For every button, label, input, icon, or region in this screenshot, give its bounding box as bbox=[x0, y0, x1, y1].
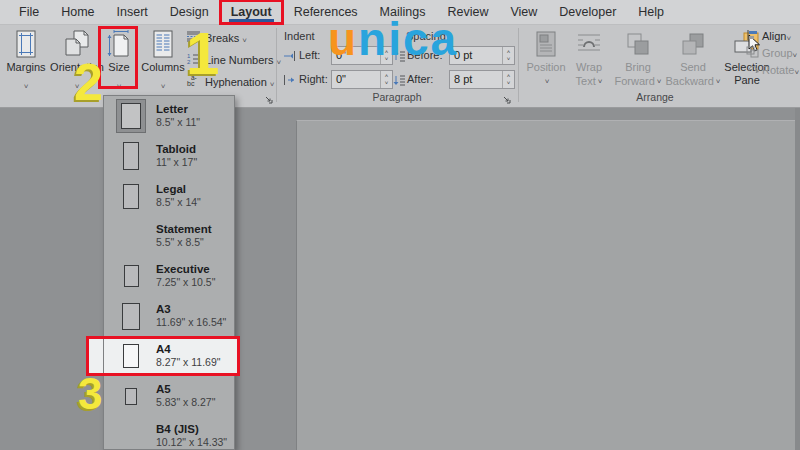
paper-size-dims: 8.27" x 11.69" bbox=[156, 356, 220, 369]
menu-tab-label: Insert bbox=[117, 5, 148, 19]
align-button[interactable]: Align bbox=[746, 28, 800, 44]
group-button[interactable]: Group bbox=[746, 45, 800, 61]
menu-tab-label: Developer bbox=[559, 5, 616, 19]
paper-size-name: A5 bbox=[156, 383, 215, 396]
chevron-down-icon bbox=[242, 29, 247, 47]
size-icon bbox=[106, 27, 132, 61]
group-label: Group bbox=[762, 47, 793, 59]
menu-tab-layout[interactable]: Layout bbox=[220, 0, 283, 24]
bring-forward-label: Bring bbox=[625, 61, 651, 74]
group-icon bbox=[746, 45, 759, 61]
paper-size-icon bbox=[112, 303, 150, 330]
menu-tab-label: File bbox=[19, 5, 39, 19]
align-label: Align bbox=[762, 30, 786, 42]
paper-size-dims: 5.5" x 8.5" bbox=[156, 236, 212, 249]
align-icon bbox=[746, 28, 759, 44]
paper-size-dims: 8.5" x 14" bbox=[156, 196, 201, 209]
size-menu-item-statement[interactable]: Statement 5.5" x 8.5" bbox=[104, 216, 234, 256]
menu-tab-file[interactable]: File bbox=[8, 0, 50, 24]
menu-tab-label: Help bbox=[638, 5, 664, 19]
size-menu-item-legal[interactable]: Legal 8.5" x 14" bbox=[104, 176, 234, 216]
size-menu-item-executive[interactable]: Executive 7.25" x 10.5" bbox=[104, 256, 234, 296]
annotation-step-2: 2 bbox=[74, 56, 103, 108]
arrange-group-label: Arrange bbox=[520, 91, 790, 103]
send-backward-label: Send bbox=[680, 61, 706, 74]
indent-right-input[interactable]: 0" ˄˅ bbox=[331, 70, 393, 89]
size-menu-item-tabloid[interactable]: Tabloid 11" x 17" bbox=[104, 136, 234, 176]
paper-size-icon bbox=[112, 99, 150, 133]
rotate-icon bbox=[746, 62, 759, 78]
chevron-down-icon bbox=[117, 75, 122, 93]
paper-size-name: Tabloid bbox=[156, 143, 197, 156]
spinner-icon[interactable]: ˄˅ bbox=[380, 71, 392, 88]
indent-left-icon bbox=[283, 48, 296, 66]
wrap-text-icon bbox=[576, 27, 602, 61]
size-menu-item-letter[interactable]: Letter 8.5" x 11" bbox=[104, 96, 234, 136]
size-dropdown-menu: Letter 8.5" x 11" Tabloid 11" x 17" Lega… bbox=[103, 95, 235, 450]
group-separator bbox=[518, 28, 519, 102]
spacing-after-input[interactable]: 8 pt ˄˅ bbox=[449, 70, 515, 89]
indent-right-icon bbox=[283, 72, 296, 90]
size-menu-item-a3[interactable]: A3 11.69" x 16.54" bbox=[104, 296, 234, 336]
size-button[interactable]: Size bbox=[101, 27, 137, 105]
paper-size-dims: 11" x 17" bbox=[156, 156, 197, 169]
paper-size-name: A4 bbox=[156, 343, 220, 356]
indent-right-label: Right: bbox=[299, 73, 328, 85]
spinner-icon[interactable]: ˄˅ bbox=[502, 71, 514, 88]
word-window: File Home Insert Design Layout Reference… bbox=[0, 0, 800, 450]
menu-tab-label: View bbox=[510, 5, 537, 19]
position-icon bbox=[534, 27, 558, 61]
indent-right-value: 0" bbox=[332, 71, 380, 88]
paper-size-name: Executive bbox=[156, 263, 215, 276]
unica-watermark-logo: unica bbox=[328, 16, 458, 62]
columns-icon bbox=[150, 27, 176, 61]
chevron-down-icon bbox=[276, 51, 281, 69]
chevron-down-icon bbox=[270, 73, 275, 91]
page-setup-dialog-launcher[interactable] bbox=[263, 92, 275, 104]
annotation-step-1: 1 bbox=[186, 24, 219, 84]
rotate-button[interactable]: Rotate bbox=[746, 62, 800, 78]
paper-size-dims: 11.69" x 16.54" bbox=[156, 316, 226, 329]
menu-tab-developer[interactable]: Developer bbox=[548, 0, 627, 24]
spacing-after-icon bbox=[393, 72, 406, 90]
paragraph-dialog-launcher[interactable] bbox=[501, 92, 513, 104]
chevron-down-icon bbox=[716, 74, 721, 89]
columns-button[interactable]: Columns bbox=[139, 27, 187, 105]
chevron-down-icon bbox=[161, 75, 166, 93]
paper-size-icon bbox=[112, 265, 150, 287]
menu-tab-help[interactable]: Help bbox=[627, 0, 675, 24]
margins-button[interactable]: Margins bbox=[2, 27, 50, 105]
chevron-down-icon bbox=[793, 45, 798, 61]
menu-tab-view[interactable]: View bbox=[499, 0, 548, 24]
annotation-step-3: 3 bbox=[78, 372, 102, 416]
columns-label: Columns bbox=[141, 61, 184, 74]
position-label: Position bbox=[526, 61, 565, 74]
chevron-down-icon bbox=[598, 74, 603, 89]
paper-size-dims: 10.12" x 14.33" bbox=[156, 436, 227, 449]
spacing-before-input[interactable]: 0 pt ˄˅ bbox=[449, 46, 515, 65]
spinner-icon[interactable]: ˄˅ bbox=[502, 47, 514, 64]
paper-size-icon bbox=[112, 344, 150, 368]
paper-size-dims: 8.5" x 11" bbox=[156, 116, 200, 129]
rotate-label: Rotate bbox=[762, 64, 794, 76]
spacing-after-value: 8 pt bbox=[450, 71, 502, 88]
spacing-after-label: After: bbox=[407, 73, 433, 85]
paragraph-group-label: Paragraph bbox=[278, 91, 516, 103]
group-separator bbox=[276, 28, 277, 102]
chevron-down-icon bbox=[794, 62, 799, 78]
logo-text-orange: u bbox=[328, 13, 358, 65]
menu-tab-insert[interactable]: Insert bbox=[106, 0, 159, 24]
paper-size-icon bbox=[112, 184, 150, 209]
indent-left-label: Left: bbox=[299, 49, 320, 61]
document-page[interactable] bbox=[296, 120, 795, 450]
bring-forward-icon bbox=[626, 27, 650, 61]
vertical-scrollbar[interactable] bbox=[795, 108, 800, 450]
size-menu-item-a4[interactable]: A4 8.27" x 11.69" bbox=[104, 336, 234, 376]
menu-tab-home[interactable]: Home bbox=[50, 0, 105, 24]
size-menu-item-b4-jis-[interactable]: B4 (JIS) 10.12" x 14.33" bbox=[104, 416, 234, 450]
size-menu-item-a5[interactable]: A5 5.83" x 8.27" bbox=[104, 376, 234, 416]
chevron-down-icon bbox=[657, 74, 662, 89]
paper-size-name: Statement bbox=[156, 223, 212, 236]
menu-tab-label: Layout bbox=[231, 5, 272, 19]
logo-text-blue: nica bbox=[358, 13, 458, 65]
